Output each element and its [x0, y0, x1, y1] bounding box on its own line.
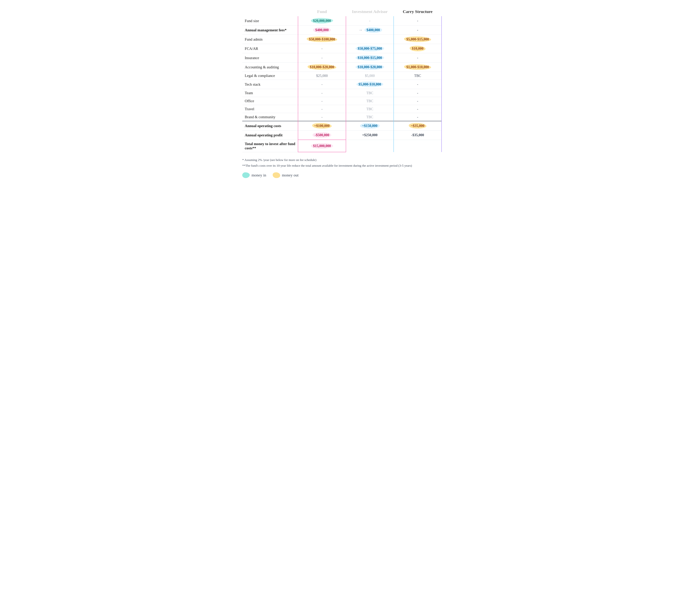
row-brand: Brand & community-TBC-: [242, 113, 442, 121]
carry-travel: -: [394, 105, 442, 113]
carry-fca-ar: $10,000: [394, 44, 442, 53]
row-fund-admin: Fund admin$50,000-$100,000$5,000-$15,000: [242, 35, 442, 44]
footnote-1: * Assuming 2% /year (see below for more …: [242, 157, 442, 163]
fund-insurance: -: [298, 53, 346, 63]
footnote-2: **The fund's costs over its 10-year life…: [242, 163, 442, 169]
advisor-office: TBC: [346, 97, 394, 105]
advisor-travel: TBC: [346, 105, 394, 113]
label-annual-op-profit: Annual operating profit: [242, 131, 298, 140]
label-annual-op-costs: Annual operating costs: [242, 121, 298, 131]
label-annual-mgmt-fees: Annual management fees*: [242, 25, 298, 35]
carry-annual-op-costs: ~$35,000: [394, 121, 442, 131]
fund-fca-ar: -: [298, 44, 346, 53]
carry-legal: TBC: [394, 72, 442, 80]
carry-office: -: [394, 97, 442, 105]
row-team: Team-TBC-: [242, 89, 442, 97]
advisor-accounting: $10,000-$20,000: [346, 63, 394, 72]
label-header: [242, 7, 298, 16]
row-travel: Travel-TBC-: [242, 105, 442, 113]
carry-fund-size: -: [394, 16, 442, 25]
table-header: Fund Investment Advisor Carry Structure: [242, 7, 442, 16]
label-tech-stack: Tech stack: [242, 80, 298, 89]
advisor-total-invest: [346, 140, 394, 152]
carry-annual-op-profit: -$35,000: [394, 131, 442, 140]
label-insurance: Insurance: [242, 53, 298, 63]
row-legal: Legal & compliance$25,000$5,000TBC: [242, 72, 442, 80]
row-annual-op-profit: Annual operating profit-$500,000+$250,00…: [242, 131, 442, 140]
advisor-team: TBC: [346, 89, 394, 97]
label-fund-size: Fund size: [242, 16, 298, 25]
carry-tech-stack: -: [394, 80, 442, 89]
row-accounting: Accounting & auditing$10,000-$20,000$10,…: [242, 63, 442, 72]
carry-total-invest: [394, 140, 442, 152]
comparison-table: Fund Investment Advisor Carry Structure …: [242, 7, 442, 152]
carry-accounting: $1,000-$10,000: [394, 63, 442, 72]
footer-notes: * Assuming 2% /year (see below for more …: [242, 157, 442, 179]
advisor-brand: TBC: [346, 113, 394, 121]
row-annual-op-costs: Annual operating costs~$100,000~$150,000…: [242, 121, 442, 131]
advisor-annual-mgmt-fees: →$400,000: [346, 25, 394, 35]
advisor-insurance: $10,000-$15,000: [346, 53, 394, 63]
carry-brand: -: [394, 113, 442, 121]
label-team: Team: [242, 89, 298, 97]
fund-fund-size: $20,000,000: [298, 16, 346, 25]
fund-legal: $25,000: [298, 72, 346, 80]
row-insurance: Insurance-$10,000-$15,000-: [242, 53, 442, 63]
fund-annual-mgmt-fees: $400,000: [298, 25, 346, 35]
row-annual-mgmt-fees: Annual management fees*$400,000→$400,000…: [242, 25, 442, 35]
fund-annual-op-costs: ~$100,000: [298, 121, 346, 131]
fund-total-invest: $15,000,000: [298, 140, 346, 152]
row-total-invest: Total money to invest after fund costs**…: [242, 140, 442, 152]
legend: money in money out: [242, 172, 442, 179]
fund-team: -: [298, 89, 346, 97]
label-travel: Travel: [242, 105, 298, 113]
legend-money-in: money in: [242, 172, 266, 179]
fund-tech-stack: -: [298, 80, 346, 89]
advisor-legal: $5,000: [346, 72, 394, 80]
label-fund-admin: Fund admin: [242, 35, 298, 44]
advisor-header: Investment Advisor: [346, 7, 394, 16]
advisor-tech-stack: $5,000-$10,000: [346, 80, 394, 89]
carry-fund-admin: $5,000-$15,000: [394, 35, 442, 44]
row-fund-size: Fund size$20,000,000--: [242, 16, 442, 25]
row-office: Office-TBC-: [242, 97, 442, 105]
carry-annual-mgmt-fees: -: [394, 25, 442, 35]
teal-blob-icon: [242, 172, 250, 178]
label-legal: Legal & compliance: [242, 72, 298, 80]
carry-header: Carry Structure: [394, 7, 442, 16]
label-fca-ar: FCA/AR: [242, 44, 298, 53]
fund-fund-admin: $50,000-$100,000: [298, 35, 346, 44]
advisor-fund-size: -: [346, 16, 394, 25]
fund-annual-op-profit: -$500,000: [298, 131, 346, 140]
fund-brand: -: [298, 113, 346, 121]
carry-insurance: -: [394, 53, 442, 63]
row-fca-ar: FCA/AR-$50,000-$75,000$10,000: [242, 44, 442, 53]
label-office: Office: [242, 97, 298, 105]
fund-header: Fund: [298, 7, 346, 16]
row-tech-stack: Tech stack-$5,000-$10,000-: [242, 80, 442, 89]
label-brand: Brand & community: [242, 113, 298, 121]
carry-team: -: [394, 89, 442, 97]
legend-money-out: money out: [273, 172, 299, 179]
label-accounting: Accounting & auditing: [242, 63, 298, 72]
arrow-icon: →: [358, 28, 363, 32]
advisor-annual-op-profit: +$250,000: [346, 131, 394, 140]
advisor-fca-ar: $50,000-$75,000: [346, 44, 394, 53]
fund-travel: -: [298, 105, 346, 113]
label-total-invest: Total money to invest after fund costs**: [242, 140, 298, 152]
orange-blob-icon: [273, 172, 280, 178]
fund-office: -: [298, 97, 346, 105]
advisor-annual-op-costs: ~$150,000: [346, 121, 394, 131]
fund-accounting: $10,000-$20,000: [298, 63, 346, 72]
advisor-fund-admin: [346, 35, 394, 44]
